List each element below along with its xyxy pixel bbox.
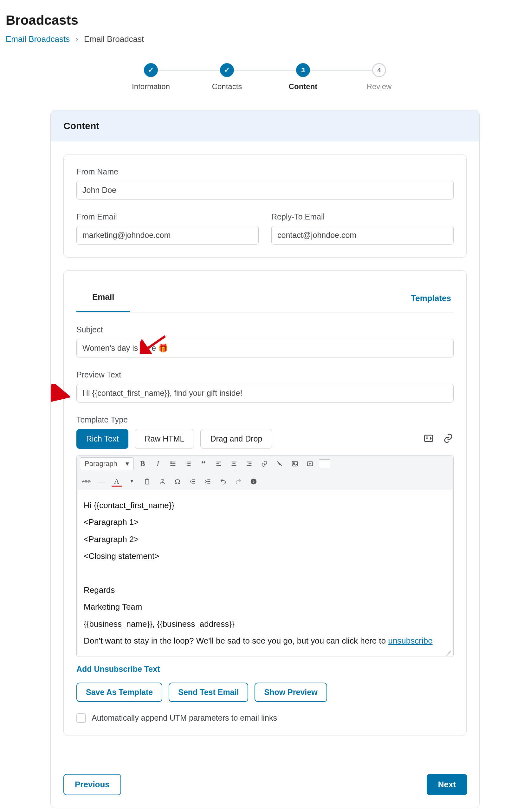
svg-text:3: 3 <box>186 464 187 466</box>
progress-stepper: ✓ Information ✓ Contacts 3 Content 4 Rev… <box>6 63 524 91</box>
email-panel: Email Templates Subject Preview Text <box>63 270 467 736</box>
insert-link-button[interactable] <box>258 458 271 470</box>
step-contacts[interactable]: ✓ Contacts <box>189 63 265 91</box>
from-name-label: From Name <box>76 167 454 176</box>
editor-line: <Closing statement> <box>84 548 446 564</box>
reply-to-label: Reply-To Email <box>271 212 454 221</box>
block-format-select[interactable]: Paragraph ▾ <box>80 458 134 470</box>
help-button[interactable]: ? <box>247 475 260 488</box>
step-number: 4 <box>372 63 386 77</box>
align-center-button[interactable] <box>227 458 240 470</box>
show-preview-button[interactable]: Show Preview <box>254 683 327 702</box>
media-button[interactable] <box>304 458 316 470</box>
svg-rect-29 <box>146 479 148 480</box>
chevron-right-icon: › <box>75 34 78 44</box>
blockquote-button[interactable]: “ <box>197 458 210 470</box>
paste-text-button[interactable] <box>141 475 153 488</box>
preview-text-input[interactable] <box>76 384 454 403</box>
special-char-button[interactable]: Ω <box>171 475 184 488</box>
from-email-label: From Email <box>76 212 259 221</box>
align-left-button[interactable] <box>212 458 225 470</box>
check-icon: ✓ <box>224 66 230 74</box>
remove-format-button[interactable] <box>156 475 168 488</box>
link-icon[interactable] <box>443 433 454 445</box>
breadcrumb-root[interactable]: Email Broadcasts <box>6 34 70 44</box>
editor-line: <Paragraph 1> <box>84 514 446 530</box>
outdent-button[interactable] <box>187 475 199 488</box>
step-label: Review <box>341 82 417 91</box>
step-review[interactable]: 4 Review <box>341 63 417 91</box>
step-content[interactable]: 3 Content <box>265 63 341 91</box>
align-right-button[interactable] <box>243 458 255 470</box>
templates-link[interactable]: Templates <box>408 285 454 312</box>
subject-label: Subject <box>76 325 454 334</box>
template-type-rich-text[interactable]: Rich Text <box>76 429 128 449</box>
annotation-arrow-icon <box>50 384 70 404</box>
editor-line: Marketing Team <box>84 599 446 615</box>
content-card: Content From Name From Email Reply-To Em… <box>50 110 480 808</box>
previous-button[interactable]: Previous <box>63 774 121 795</box>
rich-text-editor: Paragraph ▾ B I 123 “ <box>76 455 454 657</box>
card-heading: Content <box>51 111 479 142</box>
text-color-button[interactable]: A <box>110 475 123 488</box>
editor-line: <Paragraph 2> <box>84 532 446 547</box>
utm-checkbox[interactable] <box>76 713 86 723</box>
preview-text-label: Preview Text <box>76 370 454 379</box>
next-button[interactable]: Next <box>427 774 467 795</box>
editor-line: Hi {{contact_first_name}} <box>84 498 446 513</box>
breadcrumb: Email Broadcasts › Email Broadcast <box>6 34 524 44</box>
from-email-input[interactable] <box>76 226 259 245</box>
step-label: Contacts <box>189 82 265 91</box>
unsubscribe-link[interactable]: unsubscribe <box>388 636 432 646</box>
reply-to-input[interactable] <box>271 226 454 245</box>
horizontal-rule-button[interactable]: — <box>95 475 108 488</box>
editor-line: {{business_name}}, {{business_address}} <box>84 616 446 632</box>
svg-line-1 <box>50 390 67 396</box>
step-number: 3 <box>296 63 310 77</box>
editor-line: Don't want to stay in the loop? We'll be… <box>84 633 446 649</box>
save-as-template-button[interactable]: Save As Template <box>76 683 162 702</box>
tab-email[interactable]: Email <box>76 283 130 312</box>
from-panel: From Name From Email Reply-To Email <box>63 154 467 258</box>
svg-point-5 <box>171 463 172 464</box>
svg-point-3 <box>171 462 172 462</box>
numbered-list-button[interactable]: 123 <box>182 458 195 470</box>
redo-button[interactable] <box>232 475 245 488</box>
resize-handle-icon[interactable] <box>446 649 452 655</box>
text-color-caret[interactable]: ▼ <box>126 475 138 488</box>
template-type-drag-and-drop[interactable]: Drag and Drop <box>200 429 272 449</box>
utm-checkbox-row[interactable]: Automatically append UTM parameters to e… <box>76 713 454 723</box>
italic-button[interactable]: I <box>151 458 164 470</box>
utm-label: Automatically append UTM parameters to e… <box>92 713 277 723</box>
svg-point-7 <box>171 465 172 466</box>
page-title: Broadcasts <box>6 13 524 28</box>
unlink-button[interactable] <box>273 458 286 470</box>
undo-button[interactable] <box>217 475 230 488</box>
svg-rect-28 <box>146 479 149 484</box>
bold-button[interactable]: B <box>136 458 149 470</box>
check-icon: ✓ <box>148 66 154 74</box>
from-name-input[interactable] <box>76 181 454 200</box>
strikethrough-button[interactable]: ABC <box>80 475 92 488</box>
editor-toolbar: Paragraph ▾ B I 123 “ <box>77 455 453 490</box>
template-type-raw-html[interactable]: Raw HTML <box>135 429 194 449</box>
template-type-label: Template Type <box>76 415 454 424</box>
editor-line: Regards <box>84 582 446 598</box>
text-color-swatch[interactable] <box>319 459 330 468</box>
subject-input[interactable] <box>76 339 454 358</box>
step-label: Information <box>113 82 189 91</box>
add-unsubscribe-text[interactable]: Add Unsubscribe Text <box>76 665 454 674</box>
indent-button[interactable] <box>202 475 214 488</box>
editor-content[interactable]: Hi {{contact_first_name}} <Paragraph 1> … <box>77 490 453 656</box>
svg-text:?: ? <box>253 480 254 484</box>
svg-rect-25 <box>292 462 298 466</box>
bullet-list-button[interactable] <box>167 458 179 470</box>
send-test-email-button[interactable]: Send Test Email <box>168 683 248 702</box>
breadcrumb-current: Email Broadcast <box>84 34 144 44</box>
step-information[interactable]: ✓ Information <box>113 63 189 91</box>
caret-down-icon: ▾ <box>126 460 129 468</box>
block-format-label: Paragraph <box>85 460 117 468</box>
merge-tags-icon[interactable] <box>423 433 434 445</box>
step-label: Content <box>265 82 341 91</box>
insert-image-button[interactable] <box>289 458 301 470</box>
